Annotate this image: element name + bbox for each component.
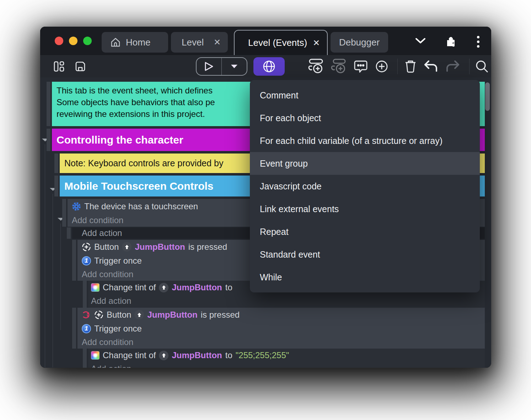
add-action-link[interactable]: Add action <box>88 294 485 308</box>
button-plugin-icon <box>94 310 103 319</box>
toolbar-separator <box>469 59 470 74</box>
kebab-menu-icon[interactable] <box>475 34 481 49</box>
tab-level-events-label: Level (Events) <box>248 37 307 48</box>
tab-debugger[interactable]: Debugger <box>331 32 388 53</box>
toggle-bars-icon[interactable] <box>52 55 66 77</box>
tab-home[interactable]: Home <box>102 32 168 53</box>
titlebar: Home Level ✕ Level (Events) ✕ Debugger <box>40 27 491 55</box>
vertical-scrollbar-thumb[interactable] <box>485 82 490 111</box>
tab-level[interactable]: Level ✕ <box>171 32 228 53</box>
jumpbutton-object-icon <box>159 351 168 360</box>
menu-item-for-each-object[interactable]: For each object <box>250 107 480 129</box>
redo-icon[interactable] <box>443 55 462 77</box>
indent-guide <box>53 194 53 367</box>
add-subevent-icon[interactable] <box>329 55 349 77</box>
add-event-context-menu: Comment For each object For each child v… <box>250 80 480 292</box>
event-block-jumpbutton-not-pressed[interactable]: Button JumpButton is pressed 1 Trigger o… <box>77 308 485 349</box>
condition-button-pressed-inverted[interactable]: Button JumpButton is pressed <box>77 308 485 322</box>
note-text: Note: Keyboard controls are provided by <box>64 158 223 168</box>
home-icon <box>110 37 121 48</box>
trigger-once-icon: 1 <box>82 324 91 333</box>
tint-icon <box>91 351 100 360</box>
tint-value: "255;255;255" <box>236 350 289 360</box>
tab-level-events-close-icon[interactable]: ✕ <box>313 38 320 48</box>
tab-list-chevron-down-icon[interactable] <box>414 34 427 47</box>
menu-item-javascript-code[interactable]: Javascript code <box>250 175 480 198</box>
jumpbutton-object-icon <box>159 283 168 292</box>
menu-item-while[interactable]: While <box>250 266 480 289</box>
group-title: Controlling the character <box>57 134 183 146</box>
add-plus-icon[interactable] <box>373 55 391 77</box>
save-icon[interactable] <box>73 55 87 77</box>
addons-puzzle-icon[interactable] <box>442 34 457 49</box>
action-change-tint-2[interactable]: Change tint of JumpButton to "255;255;25… <box>88 349 485 362</box>
trigger-once-icon: 1 <box>82 256 91 265</box>
preview-split-button <box>196 57 247 76</box>
menu-item-link-external-events[interactable]: Link external events <box>250 198 480 220</box>
condition-object: Button <box>107 310 131 320</box>
condition-text: The device has a touchscreen <box>84 201 198 211</box>
play-button[interactable] <box>197 58 221 75</box>
menu-item-for-each-child-variable[interactable]: For each child variable (of a structure … <box>250 129 480 152</box>
close-window-button[interactable] <box>55 37 63 45</box>
condition-target: JumpButton <box>147 310 197 320</box>
add-event-icon[interactable] <box>306 55 326 77</box>
condition-predicate: is pressed <box>188 242 227 252</box>
tab-debugger-label: Debugger <box>339 37 380 48</box>
gear-icon <box>72 202 81 211</box>
add-comment-icon[interactable] <box>352 55 370 77</box>
zoom-window-button[interactable] <box>83 37 92 45</box>
search-icon[interactable] <box>473 55 491 77</box>
menu-item-event-group[interactable]: Event group <box>250 152 480 175</box>
toolbar <box>40 55 491 77</box>
jumpbutton-object-icon <box>134 310 144 319</box>
indent-guide <box>60 224 61 330</box>
condition-object: Button <box>94 242 119 252</box>
tab-level-label: Level <box>182 37 204 48</box>
app-window: Home Level ✕ Level (Events) ✕ Debugger <box>40 27 491 368</box>
toolbar-separator <box>397 59 398 74</box>
menu-item-repeat[interactable]: Repeat <box>250 220 480 243</box>
button-plugin-icon <box>82 242 91 252</box>
menu-item-comment[interactable]: Comment <box>250 84 480 107</box>
tab-level-close-icon[interactable]: ✕ <box>214 37 221 47</box>
add-condition-link[interactable]: Add condition <box>77 335 485 349</box>
condition-target: JumpButton <box>135 242 185 252</box>
play-options-dropdown[interactable] <box>222 58 247 75</box>
tab-level-events[interactable]: Level (Events) ✕ <box>234 30 328 55</box>
condition-trigger-once[interactable]: 1 Trigger once <box>77 322 485 335</box>
group-title: Mobile Touchscreen Controls <box>64 180 214 192</box>
undo-icon[interactable] <box>422 55 440 77</box>
indent-guide <box>45 144 45 367</box>
tint-icon <box>91 283 100 292</box>
jumpbutton-object-icon <box>122 242 132 252</box>
condition-predicate: is pressed <box>201 310 240 320</box>
globe-button[interactable] <box>253 57 285 76</box>
add-action-link[interactable]: Add action <box>88 362 485 368</box>
inverted-condition-icon <box>82 310 91 319</box>
minimize-window-button[interactable] <box>69 37 77 45</box>
tab-home-label: Home <box>126 37 150 48</box>
delete-icon[interactable] <box>402 55 419 77</box>
menu-item-standard-event[interactable]: Standard event <box>250 243 480 266</box>
